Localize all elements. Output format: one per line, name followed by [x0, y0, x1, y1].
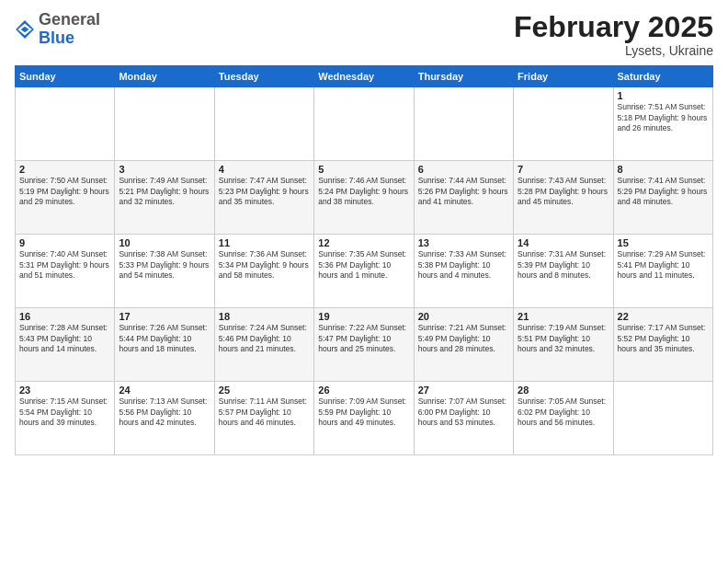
table-row: 6Sunrise: 7:44 AM Sunset: 5:26 PM Daylig…: [414, 161, 513, 235]
table-row: 4Sunrise: 7:47 AM Sunset: 5:23 PM Daylig…: [214, 161, 313, 235]
day-number: 21: [518, 311, 609, 322]
calendar-week-row: 16Sunrise: 7:28 AM Sunset: 5:43 PM Dayli…: [16, 308, 713, 382]
logo-blue-text: Blue: [39, 29, 74, 47]
day-number: 10: [119, 237, 210, 248]
day-info: Sunrise: 7:44 AM Sunset: 5:26 PM Dayligh…: [418, 176, 509, 207]
table-row: 28Sunrise: 7:05 AM Sunset: 6:02 PM Dayli…: [514, 382, 613, 455]
col-saturday: Saturday: [613, 66, 712, 87]
day-number: 1: [618, 90, 709, 101]
table-row: 16Sunrise: 7:28 AM Sunset: 5:43 PM Dayli…: [16, 308, 115, 382]
calendar-title: February 2025: [514, 11, 713, 43]
col-tuesday: Tuesday: [214, 66, 313, 87]
table-row: 2Sunrise: 7:50 AM Sunset: 5:19 PM Daylig…: [16, 161, 115, 235]
day-number: 25: [219, 385, 310, 396]
day-number: 20: [418, 311, 509, 322]
table-row: [214, 87, 313, 161]
table-row: [115, 87, 214, 161]
table-row: [314, 87, 414, 161]
day-number: 4: [219, 164, 310, 175]
calendar-week-row: 2Sunrise: 7:50 AM Sunset: 5:19 PM Daylig…: [16, 161, 713, 235]
day-number: 9: [19, 237, 110, 248]
day-number: 8: [618, 164, 709, 175]
col-monday: Monday: [115, 66, 214, 87]
day-number: 5: [318, 164, 409, 175]
day-info: Sunrise: 7:31 AM Sunset: 5:39 PM Dayligh…: [518, 249, 609, 281]
day-info: Sunrise: 7:51 AM Sunset: 5:18 PM Dayligh…: [618, 102, 709, 133]
day-number: 28: [518, 385, 609, 396]
table-row: 14Sunrise: 7:31 AM Sunset: 5:39 PM Dayli…: [514, 235, 613, 308]
calendar-subtitle: Lysets, Ukraine: [514, 43, 713, 58]
day-info: Sunrise: 7:26 AM Sunset: 5:44 PM Dayligh…: [119, 323, 210, 354]
day-info: Sunrise: 7:50 AM Sunset: 5:19 PM Dayligh…: [19, 176, 110, 207]
calendar-week-row: 1Sunrise: 7:51 AM Sunset: 5:18 PM Daylig…: [16, 87, 713, 161]
col-friday: Friday: [514, 66, 613, 87]
day-info: Sunrise: 7:38 AM Sunset: 5:33 PM Dayligh…: [119, 249, 210, 281]
day-info: Sunrise: 7:36 AM Sunset: 5:34 PM Dayligh…: [219, 249, 310, 281]
day-info: Sunrise: 7:13 AM Sunset: 5:56 PM Dayligh…: [119, 396, 210, 428]
day-number: 3: [119, 164, 210, 175]
col-sunday: Sunday: [16, 66, 115, 87]
day-info: Sunrise: 7:28 AM Sunset: 5:43 PM Dayligh…: [19, 323, 110, 354]
table-row: 17Sunrise: 7:26 AM Sunset: 5:44 PM Dayli…: [115, 308, 214, 382]
table-row: 26Sunrise: 7:09 AM Sunset: 5:59 PM Dayli…: [314, 382, 414, 455]
table-row: 8Sunrise: 7:41 AM Sunset: 5:29 PM Daylig…: [613, 161, 712, 235]
day-info: Sunrise: 7:09 AM Sunset: 5:59 PM Dayligh…: [318, 396, 409, 428]
calendar-header-row: Sunday Monday Tuesday Wednesday Thursday…: [16, 66, 713, 87]
day-number: 7: [518, 164, 609, 175]
day-info: Sunrise: 7:21 AM Sunset: 5:49 PM Dayligh…: [418, 323, 509, 354]
logo-text: General Blue: [39, 11, 100, 48]
table-row: 21Sunrise: 7:19 AM Sunset: 5:51 PM Dayli…: [514, 308, 613, 382]
table-row: 3Sunrise: 7:49 AM Sunset: 5:21 PM Daylig…: [115, 161, 214, 235]
day-info: Sunrise: 7:49 AM Sunset: 5:21 PM Dayligh…: [119, 176, 210, 207]
table-row: 23Sunrise: 7:15 AM Sunset: 5:54 PM Dayli…: [16, 382, 115, 455]
logo-icon: [15, 19, 35, 40]
table-row: 1Sunrise: 7:51 AM Sunset: 5:18 PM Daylig…: [613, 87, 712, 161]
calendar-week-row: 23Sunrise: 7:15 AM Sunset: 5:54 PM Dayli…: [16, 382, 713, 455]
table-row: 7Sunrise: 7:43 AM Sunset: 5:28 PM Daylig…: [514, 161, 613, 235]
col-wednesday: Wednesday: [314, 66, 414, 87]
title-block: February 2025 Lysets, Ukraine: [514, 11, 713, 58]
calendar-table: Sunday Monday Tuesday Wednesday Thursday…: [15, 65, 713, 455]
page: General Blue February 2025 Lysets, Ukrai…: [0, 0, 728, 563]
day-info: Sunrise: 7:07 AM Sunset: 6:00 PM Dayligh…: [418, 396, 509, 428]
day-info: Sunrise: 7:40 AM Sunset: 5:31 PM Dayligh…: [19, 249, 110, 281]
table-row: 10Sunrise: 7:38 AM Sunset: 5:33 PM Dayli…: [115, 235, 214, 308]
table-row: [514, 87, 613, 161]
day-number: 6: [418, 164, 509, 175]
table-row: 9Sunrise: 7:40 AM Sunset: 5:31 PM Daylig…: [16, 235, 115, 308]
day-info: Sunrise: 7:15 AM Sunset: 5:54 PM Dayligh…: [19, 396, 110, 428]
day-number: 17: [119, 311, 210, 322]
table-row: 27Sunrise: 7:07 AM Sunset: 6:00 PM Dayli…: [414, 382, 513, 455]
day-number: 26: [318, 385, 409, 396]
header: General Blue February 2025 Lysets, Ukrai…: [15, 11, 713, 58]
table-row: 5Sunrise: 7:46 AM Sunset: 5:24 PM Daylig…: [314, 161, 414, 235]
day-number: 13: [418, 237, 509, 248]
day-number: 24: [119, 385, 210, 396]
table-row: [16, 87, 115, 161]
table-row: 13Sunrise: 7:33 AM Sunset: 5:38 PM Dayli…: [414, 235, 513, 308]
day-number: 2: [19, 164, 110, 175]
day-number: 19: [318, 311, 409, 322]
table-row: 20Sunrise: 7:21 AM Sunset: 5:49 PM Dayli…: [414, 308, 513, 382]
table-row: 24Sunrise: 7:13 AM Sunset: 5:56 PM Dayli…: [115, 382, 214, 455]
calendar-week-row: 9Sunrise: 7:40 AM Sunset: 5:31 PM Daylig…: [16, 235, 713, 308]
day-number: 14: [518, 237, 609, 248]
day-info: Sunrise: 7:19 AM Sunset: 5:51 PM Dayligh…: [518, 323, 609, 354]
day-info: Sunrise: 7:46 AM Sunset: 5:24 PM Dayligh…: [318, 176, 409, 207]
table-row: [613, 382, 712, 455]
table-row: 22Sunrise: 7:17 AM Sunset: 5:52 PM Dayli…: [613, 308, 712, 382]
day-number: 16: [19, 311, 110, 322]
table-row: 25Sunrise: 7:11 AM Sunset: 5:57 PM Dayli…: [214, 382, 313, 455]
table-row: 15Sunrise: 7:29 AM Sunset: 5:41 PM Dayli…: [613, 235, 712, 308]
day-number: 27: [418, 385, 509, 396]
day-number: 12: [318, 237, 409, 248]
table-row: 12Sunrise: 7:35 AM Sunset: 5:36 PM Dayli…: [314, 235, 414, 308]
day-number: 18: [219, 311, 310, 322]
day-info: Sunrise: 7:29 AM Sunset: 5:41 PM Dayligh…: [618, 249, 709, 281]
day-number: 22: [618, 311, 709, 322]
logo: General Blue: [15, 11, 100, 48]
table-row: 19Sunrise: 7:22 AM Sunset: 5:47 PM Dayli…: [314, 308, 414, 382]
day-info: Sunrise: 7:33 AM Sunset: 5:38 PM Dayligh…: [418, 249, 509, 281]
day-info: Sunrise: 7:35 AM Sunset: 5:36 PM Dayligh…: [318, 249, 409, 281]
day-number: 23: [19, 385, 110, 396]
